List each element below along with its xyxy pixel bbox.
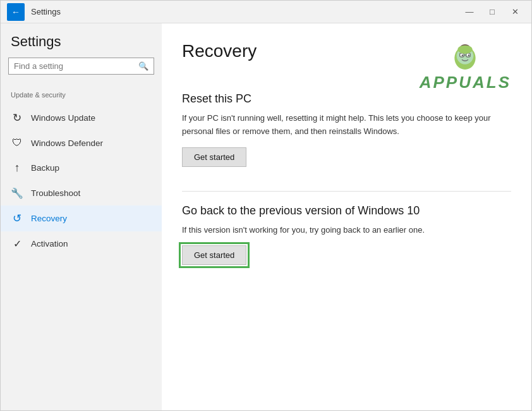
sidebar-item-windows-update[interactable]: ↻ Windows Update — [1, 105, 162, 131]
page-title: Recovery — [182, 41, 257, 61]
maximize-button[interactable]: □ — [482, 4, 502, 20]
windows-update-icon: ↻ — [11, 111, 23, 125]
sidebar-item-activation[interactable]: ✓ Activation — [1, 231, 162, 256]
activation-icon: ✓ — [11, 238, 23, 250]
sidebar-item-label: Windows Defender — [31, 138, 103, 148]
appuals-mascot-icon — [449, 41, 481, 73]
section-divider — [182, 191, 511, 192]
reset-pc-get-started-button[interactable]: Get started — [182, 147, 246, 167]
sidebar-item-recovery[interactable]: ↺ Recovery — [1, 206, 162, 231]
windows-defender-icon: 🛡 — [11, 137, 23, 149]
svg-point-10 — [458, 46, 473, 54]
sidebar-item-label: Recovery — [31, 214, 67, 223]
sidebar-item-label: Activation — [31, 239, 68, 248]
sidebar-item-label: Backup — [31, 163, 59, 173]
go-back-title: Go back to the previous version of Windo… — [182, 204, 511, 218]
main-content: Recovery — [162, 23, 531, 410]
title-bar-controls: — □ ✕ — [459, 4, 525, 20]
sidebar-item-windows-defender[interactable]: 🛡 Windows Defender — [1, 131, 162, 155]
recovery-icon: ↺ — [11, 212, 23, 225]
minimize-button[interactable]: — — [459, 4, 480, 20]
title-bar: ← Settings — □ ✕ — [1, 1, 531, 23]
troubleshoot-icon: 🔧 — [11, 187, 23, 199]
search-icon: 🔍 — [138, 61, 148, 71]
back-icon: ← — [11, 7, 20, 17]
go-back-get-started-button[interactable]: Get started — [182, 245, 246, 265]
svg-point-4 — [462, 54, 464, 56]
sidebar: Settings 🔍 Update & security ↻ Windows U… — [1, 23, 162, 410]
close-button[interactable]: ✕ — [505, 4, 525, 20]
sidebar-header: Settings — [1, 34, 162, 58]
sidebar-item-backup[interactable]: ↑ Backup — [1, 155, 162, 181]
search-input[interactable] — [14, 61, 138, 71]
sidebar-item-label: Windows Update — [31, 113, 95, 123]
main-top: Recovery — [182, 41, 511, 92]
appuals-logo-text: APPUALS — [420, 73, 511, 92]
sidebar-section-title: Update & security — [1, 87, 162, 102]
settings-window: ← Settings — □ ✕ Settings 🔍 Update & sec… — [0, 0, 532, 411]
reset-pc-title: Reset this PC — [182, 92, 511, 106]
sidebar-item-troubleshoot[interactable]: 🔧 Troubleshoot — [1, 181, 162, 206]
appuals-watermark: APPUALS — [420, 41, 511, 92]
back-button[interactable]: ← — [7, 3, 25, 21]
sidebar-item-label: Troubleshoot — [31, 188, 80, 198]
go-back-section: Go back to the previous version of Windo… — [182, 204, 511, 285]
content-area: Settings 🔍 Update & security ↻ Windows U… — [1, 23, 531, 410]
title-bar-title: Settings — [31, 7, 61, 16]
search-box[interactable]: 🔍 — [8, 58, 154, 75]
backup-icon: ↑ — [11, 161, 23, 175]
go-back-description: If this version isn't working for you, t… — [182, 224, 511, 237]
title-bar-left: ← Settings — [7, 3, 61, 21]
reset-pc-description: If your PC isn't running well, resetting… — [182, 112, 511, 138]
reset-pc-section: Reset this PC If your PC isn't running w… — [182, 92, 511, 186]
svg-point-5 — [468, 54, 470, 56]
